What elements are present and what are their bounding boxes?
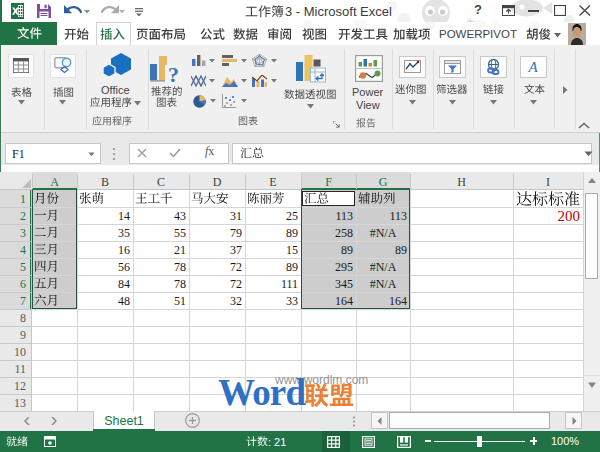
svg-text:?: ? [168,62,179,87]
svg-text:A: A [527,59,538,75]
